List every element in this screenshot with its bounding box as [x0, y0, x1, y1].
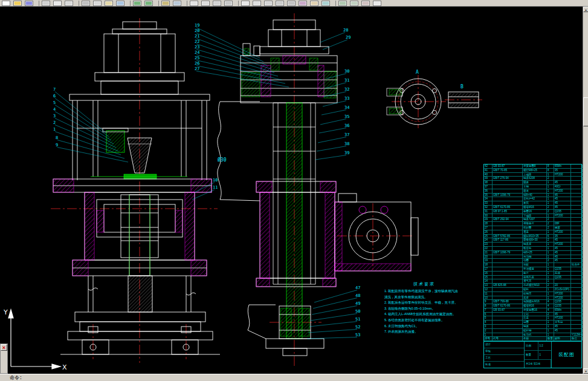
bom-cell: Q235 [554, 210, 571, 213]
leader-line [196, 44, 271, 70]
bom-cell [571, 197, 583, 201]
open-icon[interactable] [13, 1, 22, 6]
bom-cell: Q235 [554, 267, 571, 271]
hatch-icon[interactable] [299, 1, 307, 6]
spell-icon[interactable] [65, 1, 73, 6]
command-prompt[interactable]: 命令: [10, 374, 22, 381]
bom-cell: GB/T 799-88 [493, 300, 523, 304]
bom-cell: 电动机 [523, 333, 547, 337]
match-properties-icon[interactable] [116, 1, 124, 6]
zoom-realtime-icon[interactable] [201, 1, 210, 6]
leader-line [307, 337, 357, 339]
rectangle-icon[interactable] [287, 1, 296, 6]
bom-cell: 18 [484, 263, 493, 267]
polyline-icon[interactable] [253, 1, 261, 6]
pan-icon[interactable] [190, 1, 198, 6]
bom-cell [493, 255, 523, 259]
leader-line [308, 330, 357, 333]
drawing-title: 装配图 [552, 342, 581, 368]
bom-cell [571, 173, 583, 177]
help-icon[interactable] [373, 1, 381, 6]
bom-rows: 42GB 93-87弹簧垫圈8865Mn41GB/T 70-85螺钉M8×258… [484, 164, 581, 341]
bom-cell: 20 [484, 255, 493, 259]
bom-cell: 2 [547, 238, 554, 242]
bom-cell: 37 [484, 185, 493, 189]
new-icon[interactable] [2, 1, 10, 6]
leader-line [320, 119, 346, 125]
bom-cell: 羊毛毡 [554, 321, 571, 324]
bom-cell: 压盖 [523, 316, 547, 320]
callout-49: 49 [355, 301, 360, 306]
bom-cell [493, 197, 523, 201]
bom-cell: 32 [484, 206, 493, 209]
paste-icon[interactable] [105, 1, 113, 6]
bom-cell: 2 [484, 329, 493, 333]
bom-cell: 地脚螺栓M16 [523, 300, 547, 304]
cut-icon[interactable] [82, 1, 90, 6]
properties-icon[interactable] [350, 1, 358, 6]
bom-cell: 1 [547, 181, 554, 184]
bom-cell: 隔套 [523, 181, 547, 184]
bom-cell: 1 [484, 333, 493, 337]
leader-line [309, 322, 357, 327]
toolbar-icon-strip [2, 1, 384, 6]
copy-icon[interactable] [93, 1, 102, 6]
leader-line [318, 137, 346, 143]
print-preview-icon[interactable] [53, 1, 62, 6]
bom-cell: 65Mn [554, 308, 571, 312]
redo-icon[interactable] [144, 1, 153, 6]
bom-cell: 1 [547, 288, 554, 291]
arc-icon[interactable] [276, 1, 284, 6]
bom-cell [493, 267, 523, 271]
bom-row: 39GB/T 276-94轴承62082 [484, 177, 581, 181]
bom-cell: 19 [484, 259, 493, 262]
undo-icon[interactable] [133, 1, 141, 6]
bom-cell: Q235 [554, 276, 571, 279]
bom-cell: 齿轮z=42 [523, 197, 547, 201]
dimension-icon[interactable] [321, 1, 330, 6]
xref-icon[interactable] [173, 1, 181, 6]
bom-cell [571, 181, 583, 184]
note-line: 3. 齿轮啮合侧隙为0.05~0.10mm。 [384, 306, 464, 312]
bom-cell: 8 [547, 164, 554, 168]
zoom-previous-icon[interactable] [224, 1, 233, 6]
bom-row: 30下端盖1HT200 [484, 214, 581, 218]
ucs-icon: Y X [3, 308, 67, 371]
bom-cell: 1 [547, 201, 554, 205]
bom-cell [571, 325, 583, 328]
text-icon[interactable] [310, 1, 318, 6]
bom-row: 14通气器1 [484, 279, 581, 284]
layers-icon[interactable] [338, 1, 347, 6]
bom-cell: 轴承7207 [523, 218, 547, 221]
command-close-button[interactable]: × [1, 344, 7, 351]
save-icon[interactable] [25, 1, 33, 6]
bom-cell: 3 [484, 325, 493, 328]
left-assembly-view[interactable] [53, 22, 220, 354]
bom-cell [571, 206, 583, 209]
vertical-scrollbar[interactable]: ▲ ▼ [583, 7, 588, 374]
zoom-window-icon[interactable] [213, 1, 221, 6]
command-line-bar[interactable]: 命令: [0, 374, 588, 381]
bom-cell: GB/T 117-86 [493, 238, 523, 242]
leader-line [317, 146, 346, 152]
leader-line [323, 40, 347, 50]
bom-cell: 15 [484, 276, 493, 279]
circle-icon[interactable] [264, 1, 273, 6]
ucs-x-label: X [62, 363, 67, 371]
bom-cell: 键6×25 [523, 251, 547, 255]
bom-cell [493, 214, 523, 218]
insert-block-icon[interactable] [161, 1, 170, 6]
print-icon[interactable] [42, 1, 50, 6]
bom-row: 42GB 93-87弹簧垫圈8865Mn [484, 164, 581, 169]
designcenter-icon[interactable] [361, 1, 370, 6]
bom-cell: 橡胶 [554, 226, 571, 230]
bom-cell: 5 [484, 316, 493, 320]
callout-52: 52 [355, 325, 360, 330]
scrollbar-thumb[interactable] [583, 97, 588, 126]
line-icon[interactable] [241, 1, 250, 6]
bom-cell [493, 189, 523, 193]
scroll-down-icon[interactable]: ▼ [583, 368, 588, 374]
scroll-up-icon[interactable]: ▲ [583, 7, 588, 12]
bom-cell [493, 325, 523, 328]
bom-cell [493, 296, 523, 300]
